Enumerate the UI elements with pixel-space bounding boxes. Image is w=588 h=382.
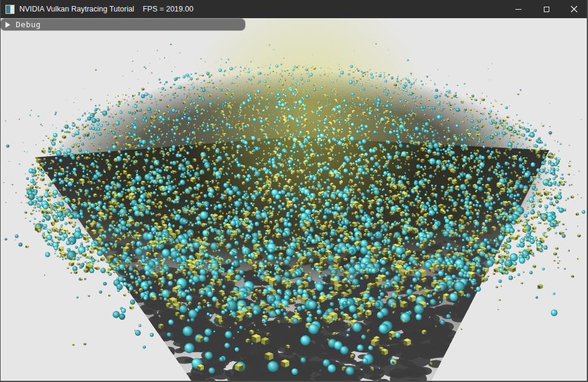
minimize-icon [515, 9, 521, 10]
close-button[interactable] [560, 0, 588, 18]
client-area: Debug [0, 18, 588, 382]
debug-panel-header[interactable]: Debug [1, 19, 245, 30]
close-icon [570, 5, 578, 13]
titlebar[interactable]: NVIDIA Vulkan Raytracing Tutorial FPS = … [0, 0, 588, 18]
app-window: NVIDIA Vulkan Raytracing Tutorial FPS = … [0, 0, 588, 382]
collapse-arrow-icon [5, 22, 10, 28]
debug-panel-label: Debug [16, 20, 41, 29]
maximize-button[interactable] [532, 0, 560, 18]
maximize-icon [544, 7, 549, 12]
fps-counter: FPS = 2019.00 [143, 5, 194, 13]
window-controls [505, 0, 588, 18]
viewport-3d[interactable] [0, 18, 588, 382]
minimize-button[interactable] [505, 0, 532, 18]
window-title: NVIDIA Vulkan Raytracing Tutorial [19, 5, 134, 13]
app-icon [5, 5, 15, 14]
